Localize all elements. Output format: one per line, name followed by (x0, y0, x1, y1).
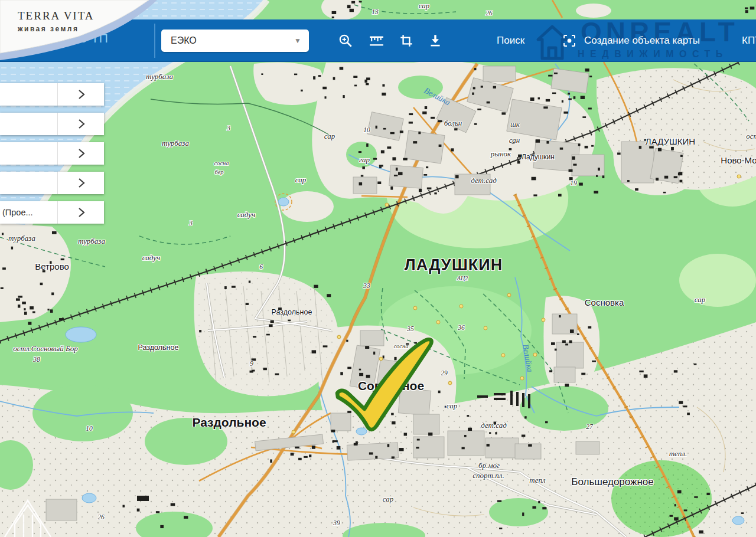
chevron-right-icon[interactable] (73, 117, 90, 131)
map-canvas[interactable] (0, 0, 756, 537)
crop-icon (399, 33, 414, 48)
sidebar-item-4[interactable] (0, 172, 104, 194)
app-window: турбазатурбазатурбазатурбазаВетровосадуч… (0, 0, 756, 537)
sidebar-item-1[interactable] (0, 83, 104, 106)
chevron-right-icon[interactable] (73, 146, 90, 161)
kpt-button[interactable]: КПТ (742, 35, 756, 47)
target-icon (562, 34, 576, 48)
zoom-in-icon (338, 33, 353, 48)
chevron-right-icon[interactable] (73, 176, 90, 190)
layer-dropdown-value: ЕЭКО (171, 35, 197, 46)
download-button[interactable] (424, 30, 447, 52)
sidebar-item-3[interactable] (0, 142, 104, 165)
sidebar-item-2[interactable] (0, 113, 104, 135)
chevron-right-icon[interactable] (73, 87, 90, 101)
toolbar-divider (154, 24, 155, 58)
zoom-in-button[interactable] (334, 30, 357, 52)
search-button[interactable]: Поиск (497, 35, 524, 47)
download-icon (428, 33, 443, 48)
chevron-right-icon[interactable] (73, 205, 90, 220)
app-title: ма ФГИС ТП (32, 31, 108, 45)
measure-ruler-icon (369, 33, 384, 48)
layer-dropdown[interactable]: ЕЭКО ▼ (161, 30, 309, 52)
measure-button[interactable] (365, 30, 387, 52)
toolbar: ONREALT НЕДВИЖИМОСТЬ ма ФГИС ТП ЕЭКО ▼ (0, 19, 756, 62)
create-object-label: Создание объекта карты (584, 35, 700, 47)
sidebar-item-5[interactable]: (Прое... (0, 201, 104, 224)
crop-button[interactable] (395, 30, 418, 52)
create-object-button[interactable]: Создание объекта карты (562, 30, 700, 52)
chevron-down-icon: ▼ (294, 37, 301, 45)
